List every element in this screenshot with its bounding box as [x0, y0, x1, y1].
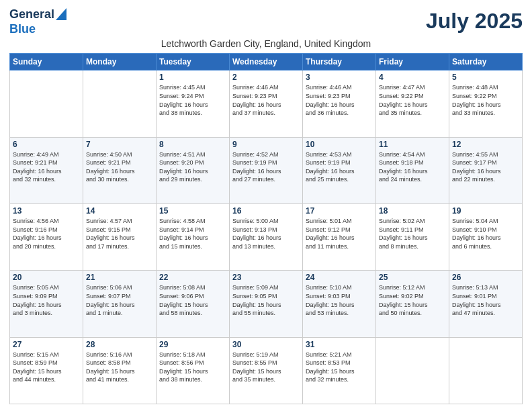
day-info: Sunrise: 5:02 AM Sunset: 9:11 PM Dayligh… [379, 217, 446, 250]
table-row: 18Sunrise: 5:02 AM Sunset: 9:11 PM Dayli… [376, 204, 449, 271]
col-wednesday: Wednesday [230, 54, 303, 71]
day-number: 8 [159, 140, 226, 149]
table-row: 27Sunrise: 5:15 AM Sunset: 8:59 PM Dayli… [10, 337, 83, 404]
day-number: 22 [159, 273, 226, 282]
table-row: 23Sunrise: 5:09 AM Sunset: 9:05 PM Dayli… [230, 271, 303, 337]
table-row: 20Sunrise: 5:05 AM Sunset: 9:09 PM Dayli… [10, 271, 83, 337]
calendar-table: Sunday Monday Tuesday Wednesday Thursday… [9, 53, 523, 404]
day-number: 29 [159, 340, 226, 349]
day-number: 11 [379, 140, 446, 149]
table-row: 19Sunrise: 5:04 AM Sunset: 9:10 PM Dayli… [449, 204, 523, 271]
day-info: Sunrise: 4:46 AM Sunset: 9:23 PM Dayligh… [232, 83, 300, 117]
day-info: Sunrise: 4:54 AM Sunset: 9:18 PM Dayligh… [379, 150, 446, 184]
day-number: 5 [452, 73, 519, 82]
table-row: 21Sunrise: 5:06 AM Sunset: 9:07 PM Dayli… [83, 271, 157, 337]
day-info: Sunrise: 5:06 AM Sunset: 9:07 PM Dayligh… [86, 283, 153, 317]
table-row: 5Sunrise: 4:48 AM Sunset: 9:22 PM Daylig… [449, 71, 523, 137]
day-number: 9 [232, 140, 300, 149]
col-sunday: Sunday [10, 54, 83, 71]
day-number: 3 [306, 73, 373, 82]
day-number: 14 [86, 206, 153, 216]
day-info: Sunrise: 5:13 AM Sunset: 9:01 PM Dayligh… [452, 283, 519, 317]
table-row: 15Sunrise: 4:58 AM Sunset: 9:14 PM Dayli… [157, 204, 230, 271]
day-info: Sunrise: 5:19 AM Sunset: 8:55 PM Dayligh… [232, 351, 300, 384]
day-info: Sunrise: 4:51 AM Sunset: 9:20 PM Dayligh… [159, 150, 226, 184]
day-number: 25 [379, 273, 446, 282]
day-number: 23 [232, 273, 300, 282]
day-info: Sunrise: 5:16 AM Sunset: 8:58 PM Dayligh… [86, 351, 153, 384]
day-info: Sunrise: 4:46 AM Sunset: 9:23 PM Dayligh… [306, 83, 373, 117]
day-info: Sunrise: 5:04 AM Sunset: 9:10 PM Dayligh… [452, 217, 519, 250]
table-row: 26Sunrise: 5:13 AM Sunset: 9:01 PM Dayli… [449, 271, 523, 337]
table-row [10, 71, 83, 137]
page: General Blue July 2025 Letchworth Garden… [0, 0, 532, 411]
calendar-week-row: 13Sunrise: 4:56 AM Sunset: 9:16 PM Dayli… [10, 204, 523, 271]
table-row: 25Sunrise: 5:12 AM Sunset: 9:02 PM Dayli… [376, 271, 449, 337]
day-info: Sunrise: 5:12 AM Sunset: 9:02 PM Dayligh… [379, 283, 446, 317]
table-row: 31Sunrise: 5:21 AM Sunset: 8:53 PM Dayli… [303, 337, 376, 404]
day-number: 13 [13, 206, 80, 216]
day-number: 4 [379, 73, 446, 82]
day-number: 15 [159, 206, 226, 216]
table-row [376, 337, 449, 404]
table-row [83, 71, 157, 137]
table-row: 24Sunrise: 5:10 AM Sunset: 9:03 PM Dayli… [303, 271, 376, 337]
calendar-week-row: 27Sunrise: 5:15 AM Sunset: 8:59 PM Dayli… [10, 337, 523, 404]
calendar-week-row: 6Sunrise: 4:49 AM Sunset: 9:21 PM Daylig… [10, 137, 523, 203]
table-row: 8Sunrise: 4:51 AM Sunset: 9:20 PM Daylig… [157, 137, 230, 203]
day-info: Sunrise: 4:50 AM Sunset: 9:21 PM Dayligh… [86, 150, 153, 184]
table-row: 12Sunrise: 4:55 AM Sunset: 9:17 PM Dayli… [449, 137, 523, 203]
table-row: 22Sunrise: 5:08 AM Sunset: 9:06 PM Dayli… [157, 271, 230, 337]
logo-triangle-icon [56, 7, 66, 20]
day-number: 12 [452, 140, 519, 149]
day-number: 31 [306, 340, 373, 349]
calendar-week-row: 20Sunrise: 5:05 AM Sunset: 9:09 PM Dayli… [10, 271, 523, 337]
subtitle: Letchworth Garden City, England, United … [9, 38, 523, 49]
calendar-week-row: 1Sunrise: 4:45 AM Sunset: 9:24 PM Daylig… [10, 71, 523, 137]
table-row: 29Sunrise: 5:18 AM Sunset: 8:56 PM Dayli… [157, 337, 230, 404]
day-info: Sunrise: 4:52 AM Sunset: 9:19 PM Dayligh… [232, 150, 300, 184]
day-info: Sunrise: 4:49 AM Sunset: 9:21 PM Dayligh… [13, 150, 80, 184]
day-info: Sunrise: 5:05 AM Sunset: 9:09 PM Dayligh… [13, 283, 80, 317]
day-number: 30 [232, 340, 300, 349]
day-info: Sunrise: 5:01 AM Sunset: 9:12 PM Dayligh… [306, 217, 373, 250]
day-number: 21 [86, 273, 153, 282]
day-info: Sunrise: 4:58 AM Sunset: 9:14 PM Dayligh… [159, 217, 226, 250]
table-row: 2Sunrise: 4:46 AM Sunset: 9:23 PM Daylig… [230, 71, 303, 137]
col-saturday: Saturday [449, 54, 523, 71]
table-row: 3Sunrise: 4:46 AM Sunset: 9:23 PM Daylig… [303, 71, 376, 137]
table-row [449, 337, 523, 404]
day-info: Sunrise: 4:57 AM Sunset: 9:15 PM Dayligh… [86, 217, 153, 250]
table-row: 7Sunrise: 4:50 AM Sunset: 9:21 PM Daylig… [83, 137, 157, 203]
table-row: 9Sunrise: 4:52 AM Sunset: 9:19 PM Daylig… [230, 137, 303, 203]
day-info: Sunrise: 4:55 AM Sunset: 9:17 PM Dayligh… [452, 150, 519, 184]
day-number: 7 [86, 140, 153, 149]
svg-marker-0 [56, 8, 66, 20]
day-number: 24 [306, 273, 373, 282]
day-number: 18 [379, 206, 446, 216]
day-info: Sunrise: 5:21 AM Sunset: 8:53 PM Dayligh… [306, 351, 373, 384]
table-row: 6Sunrise: 4:49 AM Sunset: 9:21 PM Daylig… [10, 137, 83, 203]
table-row: 17Sunrise: 5:01 AM Sunset: 9:12 PM Dayli… [303, 204, 376, 271]
logo-general: General [9, 8, 54, 21]
day-number: 2 [232, 73, 300, 82]
day-number: 16 [232, 206, 300, 216]
table-row: 13Sunrise: 4:56 AM Sunset: 9:16 PM Dayli… [10, 204, 83, 271]
day-number: 10 [306, 140, 373, 149]
calendar-header-row: Sunday Monday Tuesday Wednesday Thursday… [10, 54, 523, 71]
col-monday: Monday [83, 54, 157, 71]
day-info: Sunrise: 4:47 AM Sunset: 9:22 PM Dayligh… [379, 83, 446, 117]
day-info: Sunrise: 5:15 AM Sunset: 8:59 PM Dayligh… [13, 351, 80, 384]
day-info: Sunrise: 4:53 AM Sunset: 9:19 PM Dayligh… [306, 150, 373, 184]
day-info: Sunrise: 4:48 AM Sunset: 9:22 PM Dayligh… [452, 83, 519, 117]
day-number: 26 [452, 273, 519, 282]
day-info: Sunrise: 5:10 AM Sunset: 9:03 PM Dayligh… [306, 283, 373, 317]
day-number: 1 [159, 73, 226, 82]
day-number: 19 [452, 206, 519, 216]
table-row: 16Sunrise: 5:00 AM Sunset: 9:13 PM Dayli… [230, 204, 303, 271]
table-row: 10Sunrise: 4:53 AM Sunset: 9:19 PM Dayli… [303, 137, 376, 203]
col-thursday: Thursday [303, 54, 376, 71]
table-row: 30Sunrise: 5:19 AM Sunset: 8:55 PM Dayli… [230, 337, 303, 404]
day-number: 6 [13, 140, 80, 149]
table-row: 1Sunrise: 4:45 AM Sunset: 9:24 PM Daylig… [157, 71, 230, 137]
